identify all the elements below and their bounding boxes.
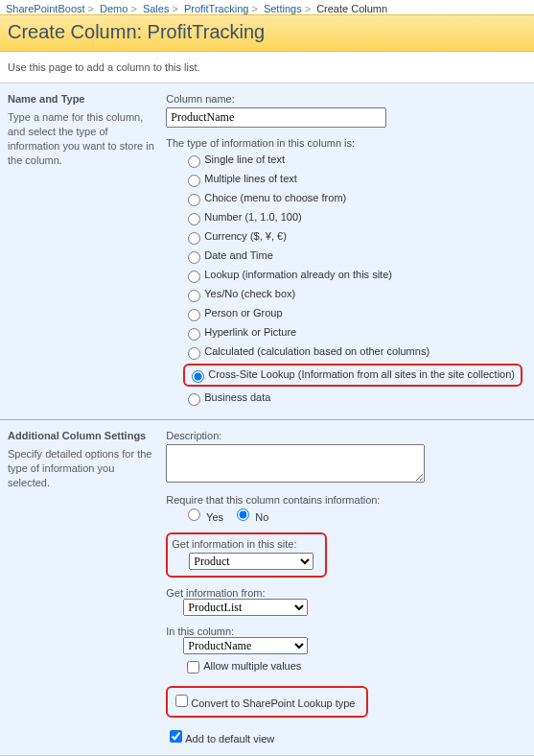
page-title: Create Column: ProfitTracking <box>0 14 534 52</box>
get-site-highlight: Get information in this site: Product <box>166 532 327 578</box>
allow-multi-label: Allow multiple values <box>203 660 301 672</box>
form-area: Name and Type Type a name for this colum… <box>0 83 534 755</box>
get-site-label: Get information in this site: <box>172 538 313 550</box>
column-name-label: Column name: <box>166 93 522 105</box>
in-column-select[interactable]: ProductName <box>183 637 308 654</box>
require-label: Require that this column contains inform… <box>166 494 522 506</box>
radio-currency[interactable] <box>188 232 200 245</box>
description-textarea[interactable] <box>166 444 425 483</box>
get-site-select[interactable]: Product <box>189 553 313 570</box>
radio-cross-site-lookup[interactable] <box>192 370 204 383</box>
radio-number[interactable] <box>188 213 200 225</box>
radio-require-no[interactable] <box>237 508 249 521</box>
radio-calculated[interactable] <box>188 347 200 360</box>
section-heading-additional: Additional Column Settings <box>8 430 154 441</box>
radio-business-data[interactable] <box>188 393 200 406</box>
breadcrumb-current: Create Column <box>316 3 387 14</box>
get-from-label: Get information from: <box>166 587 522 599</box>
radio-single-line[interactable] <box>188 155 200 168</box>
radio-multi-line[interactable] <box>188 175 200 187</box>
breadcrumb-link[interactable]: Settings <box>264 3 302 14</box>
allow-multi-checkbox[interactable] <box>187 661 199 673</box>
breadcrumb-link[interactable]: SharePointBoost <box>6 3 85 14</box>
convert-highlight: Convert to SharePoint Lookup type <box>166 686 368 718</box>
section-sub-name-type: Type a name for this column, and select … <box>8 110 154 167</box>
description-label: Description: <box>166 430 522 441</box>
breadcrumb-link[interactable]: ProfitTracking <box>184 3 248 14</box>
add-default-label: Add to default view <box>185 733 274 744</box>
breadcrumb: SharePointBoost> Demo> Sales> ProfitTrac… <box>0 0 534 14</box>
page-description: Use this page to add a column to this li… <box>0 52 534 83</box>
breadcrumb-link[interactable]: Sales <box>143 3 170 14</box>
in-column-label: In this column: <box>166 626 522 637</box>
type-info-label: The type of information in this column i… <box>166 137 522 149</box>
section-sub-additional: Specify detailed options for the type of… <box>8 447 154 490</box>
column-name-input[interactable] <box>166 107 386 128</box>
radio-choice[interactable] <box>188 194 200 206</box>
radio-person-group[interactable] <box>188 309 200 321</box>
radio-require-yes[interactable] <box>188 508 200 521</box>
radio-hyperlink[interactable] <box>188 328 200 341</box>
section-heading-name-type: Name and Type <box>8 93 154 105</box>
breadcrumb-link[interactable]: Demo <box>100 3 128 14</box>
radio-date-time[interactable] <box>188 251 200 264</box>
radio-lookup[interactable] <box>188 271 200 283</box>
get-from-select[interactable]: ProductList <box>183 599 308 616</box>
convert-checkbox[interactable] <box>175 695 188 707</box>
radio-yesno[interactable] <box>188 290 200 302</box>
convert-label: Convert to SharePoint Lookup type <box>191 697 355 709</box>
add-default-checkbox[interactable] <box>170 730 182 743</box>
column-type-radio-list: Single line of text Multiple lines of te… <box>183 153 522 406</box>
